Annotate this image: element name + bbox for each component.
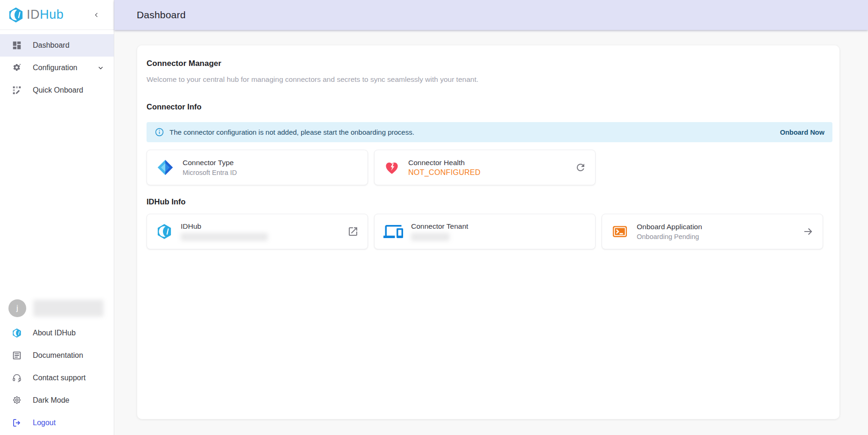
logo-text: IDHub	[27, 7, 64, 22]
connector-tenant-card: Connector Tenant	[374, 214, 596, 249]
devices-icon	[383, 222, 403, 241]
banner-message: The connector configuration is not added…	[169, 128, 414, 136]
quick-onboard-icon	[12, 85, 22, 95]
card-subtitle: Onboarding Pending	[637, 233, 702, 240]
page-title: Dashboard	[137, 9, 186, 21]
panel-title: Connector Manager	[147, 59, 832, 68]
onboard-application-card: Onboard Application Onboarding Pending	[602, 214, 823, 249]
user-name-redacted	[33, 300, 103, 317]
menu-item-label: Contact support	[33, 374, 86, 382]
sidebar-item-contact-support[interactable]: Contact support	[0, 367, 114, 389]
sidebar-item-dashboard[interactable]: Dashboard	[0, 34, 114, 57]
card-title: Connector Health	[408, 159, 480, 167]
redacted-subtitle	[181, 233, 268, 241]
card-title: IDHub	[181, 222, 268, 231]
broken-heart-icon	[383, 159, 400, 176]
sidebar-item-logout[interactable]: Logout	[0, 412, 114, 434]
menu-item-label: Documentation	[33, 351, 83, 360]
idhub-hexagon-icon	[7, 7, 24, 23]
connector-type-card: Connector Type Microsoft Entra ID	[147, 150, 368, 185]
connector-manager-panel: Connector Manager Welcome to your centra…	[137, 45, 839, 419]
idhub-hexagon-icon	[156, 223, 173, 240]
sidebar-item-dark-mode[interactable]: Dark Mode	[0, 389, 114, 412]
sidebar-bottom: j About IDHub Documentation Contact supp…	[0, 295, 114, 435]
idhub-hexagon-icon	[12, 328, 22, 338]
panel-subtitle: Welcome to your central hub for managing…	[147, 75, 832, 84]
card-title: Onboard Application	[637, 223, 702, 231]
logout-icon	[12, 418, 22, 428]
idhub-card: IDHub	[147, 214, 368, 249]
sidebar-item-documentation[interactable]: Documentation	[0, 344, 114, 367]
terminal-icon	[611, 223, 629, 240]
connector-info-cards: Connector Type Microsoft Entra ID Connec…	[147, 150, 832, 185]
sidebar: IDHub Dashboard Configuration	[0, 0, 114, 435]
chevron-left-icon	[92, 11, 101, 19]
sidebar-item-label: Configuration	[33, 64, 77, 72]
sidebar-item-label: Quick Onboard	[33, 86, 83, 94]
user-row[interactable]: j	[0, 295, 114, 322]
menu-item-label: Logout	[33, 419, 56, 427]
health-status-value: NOT_CONFIGURED	[408, 168, 480, 177]
sidebar-item-quick-onboard[interactable]: Quick Onboard	[0, 79, 114, 102]
info-icon	[154, 127, 164, 137]
sidebar-collapse-button[interactable]	[91, 10, 102, 20]
content-area: Connector Manager Welcome to your centra…	[114, 30, 868, 435]
document-icon	[12, 350, 22, 361]
avatar: j	[8, 299, 26, 317]
menu-item-label: Dark Mode	[33, 396, 69, 405]
page-header: Dashboard	[114, 0, 868, 30]
sidebar-item-configuration[interactable]: Configuration	[0, 57, 114, 79]
headset-icon	[12, 373, 22, 383]
card-subtitle: Microsoft Entra ID	[183, 169, 237, 176]
card-title: Connector Tenant	[411, 222, 468, 231]
onboarding-info-banner: The connector configuration is not added…	[147, 122, 832, 142]
external-link-icon[interactable]	[347, 226, 359, 237]
connector-info-heading: Connector Info	[147, 102, 832, 111]
redacted-subtitle	[411, 233, 449, 241]
dashboard-grid-icon	[12, 40, 22, 51]
entra-id-logo	[156, 158, 175, 177]
sidebar-nav: Dashboard Configuration Quick Onboard	[0, 30, 114, 102]
idhub-logo[interactable]: IDHub	[7, 7, 64, 23]
idhub-info-cards: IDHub Connector Tenant	[147, 214, 832, 249]
menu-item-label: About IDHub	[33, 329, 76, 337]
app-root: IDHub Dashboard Configuration	[0, 0, 868, 435]
logo-row: IDHub	[0, 0, 114, 30]
card-title: Connector Type	[183, 159, 237, 167]
onboard-now-link[interactable]: Onboard Now	[780, 129, 824, 136]
sidebar-item-about-idhub[interactable]: About IDHub	[0, 322, 114, 344]
refresh-icon[interactable]	[575, 162, 586, 173]
chevron-down-icon	[97, 64, 104, 72]
main-area: Dashboard Connector Manager Welcome to y…	[114, 0, 868, 435]
sidebar-item-label: Dashboard	[33, 41, 69, 50]
connector-health-card: Connector Health NOT_CONFIGURED	[374, 150, 596, 185]
idhub-info-heading: IDHub Info	[147, 197, 832, 206]
arrow-right-icon[interactable]	[802, 226, 814, 237]
dark-mode-icon	[12, 395, 22, 406]
gear-sparkle-icon	[12, 63, 22, 73]
